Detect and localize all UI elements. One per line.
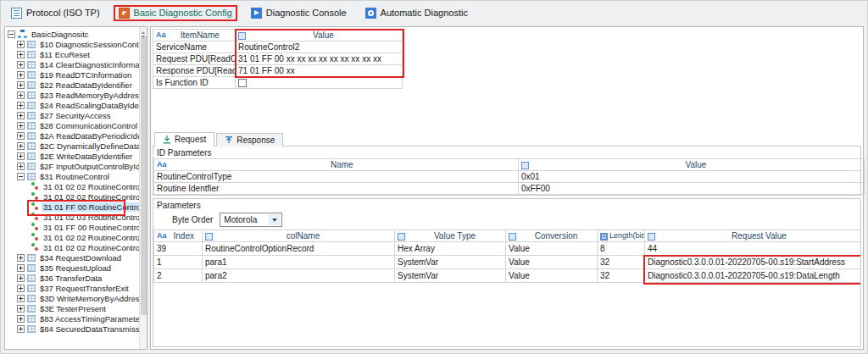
item-name-cell: Request PDU[ReadOnly] <box>153 53 236 65</box>
is-function-id-checkbox[interactable] <box>238 79 247 87</box>
expand-icon[interactable] <box>17 325 25 333</box>
tree-item-83-accesstimingparameter[interactable]: $83 AccessTimingParameter <box>5 313 147 324</box>
expand-icon[interactable] <box>17 152 25 160</box>
filter-icon[interactable] <box>521 162 529 169</box>
parameter-requestvalue-cell[interactable]: Diagnostic0.3.0.0.01-20220705-00.s19:Sta… <box>645 256 862 269</box>
expand-icon[interactable] <box>17 285 25 292</box>
item-row-response-pdu-readonly[interactable]: Response PDU[ReadOnly] 71 01 FF 00 xx <box>153 65 403 77</box>
scroll-down-icon[interactable] <box>140 35 147 42</box>
tree-item-19-readdtcinformation[interactable]: $19 ReadDTCInformation <box>5 69 147 80</box>
item-value-cell[interactable]: 71 01 FF 00 xx <box>236 65 403 77</box>
parameter-row-routinecontroloptionrecord[interactable]: 39 RoutineControlOptionRecord Hex Array … <box>154 242 862 256</box>
parameter-valuetype-cell: Hex Array <box>395 242 506 256</box>
tree-item-27-securityaccess[interactable]: $27 SecurityAccess <box>5 110 147 120</box>
tree-item-28-communicationcontrol[interactable]: $28 CommunicationControl <box>5 120 147 130</box>
tree-item-3e-testerpresent[interactable]: $3E TesterPresent <box>5 303 147 313</box>
tree-item-31-01-02-02-routinecontrol1[interactable]: 31 01 02 02 RoutineControl1 <box>5 191 147 202</box>
tree-item-31-01-02-02-routinecontrol6[interactable]: 31 01 02 02 RoutineControl6 <box>5 242 147 252</box>
expand-icon[interactable] <box>17 102 25 109</box>
expand-icon[interactable] <box>17 122 25 130</box>
tree-item-23-readmemorybyaddress[interactable]: $23 ReadMemoryByAddress <box>5 90 147 100</box>
response-tab[interactable]: Response <box>216 133 283 147</box>
tree-item-24-readscalingdatabyidentifier[interactable]: $24 ReadScalingDataByIdentifier <box>5 100 147 110</box>
item-row-servicename[interactable]: ServiceName RoutineControl2 <box>153 41 403 53</box>
tree-item-31-routinecontrol[interactable]: $31 RoutineControl <box>5 171 147 181</box>
tree-item-2c-dynamicallydefinedataident[interactable]: $2C DynamicallyDefineDataIdent <box>5 141 147 151</box>
filter-icon[interactable] <box>398 233 405 241</box>
tree-item-10-diagnosticsessioncontrol[interactable]: $10 DiagnosticSessionControl <box>5 39 147 49</box>
expand-icon[interactable] <box>17 81 25 89</box>
id-parameter-row-routinecontroltype[interactable]: RoutineControlType 0x01 <box>154 171 865 183</box>
service-grid-icon <box>27 274 36 282</box>
tree-item-2a-readdatabyperiodicidentifie[interactable]: $2A ReadDataByPeriodicIdentifie <box>5 130 147 141</box>
item-row-request-pdu-readonly[interactable]: Request PDU[ReadOnly] 31 01 FF 00 xx xx … <box>153 53 403 65</box>
filter-icon[interactable] <box>648 233 655 241</box>
tree-scrollbar[interactable] <box>139 27 147 349</box>
id-parameter-name-cell: Routine Identfier <box>154 183 519 195</box>
expand-icon[interactable] <box>17 91 25 99</box>
tree-item-37-requesttransferexit[interactable]: $37 RequestTransferExit <box>5 283 147 293</box>
expand-icon[interactable] <box>17 132 25 140</box>
tree-root[interactable]: BasicDiagnositc <box>5 29 147 39</box>
tree-item-2f-inputoutputcontrolbyidenti[interactable]: $2F InputOutputControlByIdenti <box>5 161 147 171</box>
tree-item-31-01-02-03-routinecontrol3[interactable]: 31 01 02 03 RoutineControl3 <box>5 212 147 222</box>
expand-icon[interactable] <box>17 295 25 302</box>
expand-icon[interactable] <box>17 51 25 58</box>
tab-automatic-diagnostic[interactable]: Automatic Diagnostic <box>360 5 473 21</box>
tree-item-label: $23 ReadMemoryByAddress <box>38 91 144 100</box>
tree-item-34-requestdownload[interactable]: $34 RequestDownload <box>5 252 147 263</box>
scroll-thumb[interactable] <box>141 36 147 315</box>
tree-item-2e-writedatabyidentifier[interactable]: $2E WriteDataByIdentifier <box>5 151 147 161</box>
expand-icon[interactable] <box>17 173 25 180</box>
expand-icon[interactable] <box>17 274 25 282</box>
item-value-cell[interactable]: RoutineControl2 <box>236 41 403 53</box>
grid-filter-icon[interactable] <box>600 233 608 241</box>
tab-basic-diagnostic-config[interactable]: Basic Diagnostic Config <box>114 5 237 21</box>
parameter-requestvalue-cell[interactable]: 44 <box>645 242 862 256</box>
expand-icon[interactable] <box>17 71 25 79</box>
tree-item-31-01-02-02-routinecontrol5[interactable]: 31 01 02 02 RoutineControl5 <box>5 232 147 242</box>
expand-icon[interactable] <box>17 305 25 313</box>
expand-icon[interactable] <box>17 112 25 119</box>
tree-item-label: $3D WriteMemoryByAddress <box>38 294 145 303</box>
expand-icon[interactable] <box>17 41 25 48</box>
filter-icon[interactable] <box>238 32 246 40</box>
tab-protocol-iso-tp[interactable]: Protocol (ISO TP) <box>6 5 105 21</box>
tree-item-31-01-ff-00-routinecontrol2[interactable]: 31 01 FF 00 RoutineControl2 <box>5 202 147 212</box>
item-name-cell: Is Function ID <box>153 77 236 89</box>
parameter-row-para1[interactable]: 1 para1 SystemVar Value 32 Diagnostic0.3… <box>154 256 862 269</box>
chevron-down-icon[interactable] <box>269 214 281 225</box>
parameter-index-cell: 1 <box>154 256 203 269</box>
tree-item-3d-writememorybyaddress[interactable]: $3D WriteMemoryByAddress <box>5 293 147 303</box>
collapse-icon[interactable] <box>8 30 15 38</box>
tree-item-14-cleardiagnosticinformation[interactable]: $14 ClearDiagnosticInformation <box>5 59 147 69</box>
item-value-cell[interactable]: 31 01 FF 00 xx xx xx xx xx xx xx xx xx <box>236 53 403 65</box>
expand-icon[interactable] <box>17 163 25 170</box>
tree-item-31-01-02-02-routinecontrol[interactable]: 31 01 02 02 RoutineControl <box>5 181 147 191</box>
tree-item-31-01-ff-00-routinecontrol4[interactable]: 31 01 FF 00 RoutineControl4 <box>5 222 147 232</box>
byte-order-select[interactable]: Motorola <box>220 213 282 227</box>
tree-item-84-secureddatatransmission[interactable]: $84 SecuredDataTransmission <box>5 324 147 334</box>
routine-status-icon <box>31 243 39 252</box>
expand-icon[interactable] <box>17 61 25 69</box>
parameter-row-para2[interactable]: 2 para2 SystemVar Value 32 Diagnostic0.3… <box>154 269 862 283</box>
id-parameter-row-routine-identfier[interactable]: Routine Identfier 0xFF00 <box>154 183 865 195</box>
expand-icon[interactable] <box>17 315 25 323</box>
filter-icon[interactable] <box>205 233 213 241</box>
request-tab[interactable]: Request <box>154 132 214 147</box>
id-parameter-value-cell[interactable]: 0x01 <box>519 171 865 183</box>
id-parameter-value-cell[interactable]: 0xFF00 <box>519 183 865 195</box>
tree-item-11-ecureset[interactable]: $11 EcuReset <box>5 49 147 59</box>
parameter-requestvalue-cell[interactable]: Diagnostic0.3.0.0.01-20220705-00.s19:Dat… <box>645 269 862 283</box>
filter-icon[interactable] <box>509 233 516 241</box>
item-row-is-function-id[interactable]: Is Function ID <box>153 77 403 89</box>
expand-icon[interactable] <box>17 264 25 272</box>
expand-icon[interactable] <box>17 254 25 262</box>
tree-item-36-transferdata[interactable]: $36 TransferData <box>5 273 147 283</box>
tab-diagnostic-console[interactable]: Diagnostic Console <box>246 5 352 21</box>
scroll-up-icon[interactable] <box>140 27 147 35</box>
tree-item-35-requestupload[interactable]: $35 RequestUpload <box>5 263 147 273</box>
tree-item-22-readdatabyidentifier[interactable]: $22 ReadDataByIdentifier <box>5 80 147 90</box>
item-value-cell[interactable] <box>236 77 403 89</box>
expand-icon[interactable] <box>17 142 25 150</box>
